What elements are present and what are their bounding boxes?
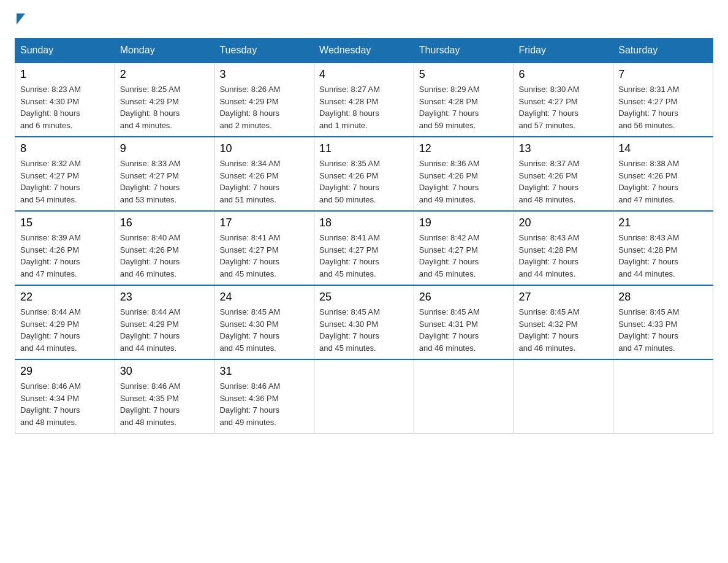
daylight-text2: and 2 minutes. [219, 121, 271, 130]
calendar-cell: 6 Sunrise: 8:30 AM Sunset: 4:27 PM Dayli… [514, 63, 613, 137]
sunrise-text: Sunrise: 8:40 AM [120, 233, 181, 242]
day-info: Sunrise: 8:27 AM Sunset: 4:28 PM Dayligh… [319, 83, 409, 131]
day-info: Sunrise: 8:44 AM Sunset: 4:29 PM Dayligh… [120, 306, 210, 354]
calendar-cell [414, 359, 514, 434]
sunrise-text: Sunrise: 8:33 AM [120, 159, 181, 168]
day-number: 19 [419, 216, 509, 229]
day-info: Sunrise: 8:45 AM Sunset: 4:30 PM Dayligh… [319, 306, 409, 354]
calendar-cell: 3 Sunrise: 8:26 AM Sunset: 4:29 PM Dayli… [214, 63, 314, 137]
daylight-text: Daylight: 8 hours [120, 109, 180, 118]
calendar-cell: 11 Sunrise: 8:35 AM Sunset: 4:26 PM Dayl… [314, 137, 414, 211]
calendar-cell: 28 Sunrise: 8:45 AM Sunset: 4:33 PM Dayl… [613, 285, 713, 359]
calendar-header-row: SundayMondayTuesdayWednesdayThursdayFrid… [15, 39, 713, 63]
daylight-text: Daylight: 7 hours [219, 257, 279, 266]
page-header [15, 15, 713, 26]
sunset-text: Sunset: 4:32 PM [519, 320, 578, 329]
sunset-text: Sunset: 4:30 PM [319, 320, 378, 329]
day-info: Sunrise: 8:46 AM Sunset: 4:36 PM Dayligh… [219, 380, 309, 428]
sunset-text: Sunset: 4:35 PM [120, 394, 179, 403]
daylight-text: Daylight: 7 hours [618, 109, 678, 118]
day-info: Sunrise: 8:31 AM Sunset: 4:27 PM Dayligh… [618, 83, 708, 131]
calendar-week-row: 15 Sunrise: 8:39 AM Sunset: 4:26 PM Dayl… [15, 211, 713, 285]
day-info: Sunrise: 8:26 AM Sunset: 4:29 PM Dayligh… [219, 83, 309, 131]
daylight-text2: and 47 minutes. [20, 269, 77, 278]
daylight-text: Daylight: 7 hours [219, 331, 279, 340]
sunset-text: Sunset: 4:28 PM [618, 245, 677, 255]
daylight-text: Daylight: 7 hours [120, 331, 180, 340]
sunset-text: Sunset: 4:27 PM [20, 171, 79, 180]
sunrise-text: Sunrise: 8:38 AM [618, 159, 679, 168]
day-number: 3 [219, 68, 309, 81]
calendar-cell: 18 Sunrise: 8:41 AM Sunset: 4:27 PM Dayl… [314, 211, 414, 285]
daylight-text: Daylight: 7 hours [618, 331, 678, 340]
day-number: 24 [219, 291, 309, 304]
daylight-text2: and 44 minutes. [20, 343, 77, 353]
sunset-text: Sunset: 4:36 PM [219, 394, 278, 403]
day-number: 31 [219, 365, 309, 378]
calendar-cell: 2 Sunrise: 8:25 AM Sunset: 4:29 PM Dayli… [115, 63, 214, 137]
sunrise-text: Sunrise: 8:39 AM [20, 233, 81, 242]
daylight-text: Daylight: 7 hours [20, 405, 80, 415]
daylight-text2: and 54 minutes. [20, 195, 77, 204]
daylight-text: Daylight: 7 hours [319, 331, 379, 340]
daylight-text2: and 59 minutes. [419, 121, 476, 130]
sunrise-text: Sunrise: 8:27 AM [319, 85, 380, 94]
daylight-text2: and 46 minutes. [120, 269, 177, 278]
daylight-text2: and 46 minutes. [519, 343, 576, 353]
sunset-text: Sunset: 4:26 PM [618, 171, 677, 180]
day-info: Sunrise: 8:34 AM Sunset: 4:26 PM Dayligh… [219, 158, 309, 205]
sunset-text: Sunset: 4:33 PM [618, 320, 677, 329]
sunset-text: Sunset: 4:27 PM [219, 245, 278, 255]
calendar-cell: 31 Sunrise: 8:46 AM Sunset: 4:36 PM Dayl… [214, 359, 314, 434]
sunset-text: Sunset: 4:26 PM [319, 171, 378, 180]
sunrise-text: Sunrise: 8:45 AM [219, 307, 280, 316]
day-info: Sunrise: 8:33 AM Sunset: 4:27 PM Dayligh… [120, 158, 210, 205]
sunrise-text: Sunrise: 8:44 AM [120, 307, 181, 316]
day-info: Sunrise: 8:32 AM Sunset: 4:27 PM Dayligh… [20, 158, 110, 205]
logo [15, 15, 25, 26]
sunset-text: Sunset: 4:28 PM [519, 245, 578, 255]
daylight-text2: and 56 minutes. [618, 121, 675, 130]
day-info: Sunrise: 8:45 AM Sunset: 4:32 PM Dayligh… [519, 306, 609, 354]
daylight-text2: and 49 minutes. [219, 418, 276, 427]
sunset-text: Sunset: 4:28 PM [319, 97, 378, 106]
day-number: 8 [20, 142, 110, 155]
calendar-cell [613, 359, 713, 434]
sunrise-text: Sunrise: 8:25 AM [120, 85, 181, 94]
day-number: 7 [618, 68, 708, 81]
day-number: 29 [20, 365, 110, 378]
daylight-text: Daylight: 7 hours [219, 405, 279, 415]
sunset-text: Sunset: 4:26 PM [120, 245, 179, 255]
daylight-text2: and 45 minutes. [319, 269, 376, 278]
daylight-text2: and 46 minutes. [419, 343, 476, 353]
day-header-wednesday: Wednesday [314, 39, 414, 63]
calendar-cell: 10 Sunrise: 8:34 AM Sunset: 4:26 PM Dayl… [214, 137, 314, 211]
day-number: 14 [618, 142, 708, 155]
daylight-text2: and 44 minutes. [618, 269, 675, 278]
calendar-cell: 25 Sunrise: 8:45 AM Sunset: 4:30 PM Dayl… [314, 285, 414, 359]
daylight-text2: and 57 minutes. [519, 121, 576, 130]
calendar-cell: 27 Sunrise: 8:45 AM Sunset: 4:32 PM Dayl… [514, 285, 613, 359]
sunset-text: Sunset: 4:29 PM [120, 97, 179, 106]
sunset-text: Sunset: 4:27 PM [419, 245, 478, 255]
sunset-text: Sunset: 4:31 PM [419, 320, 478, 329]
calendar-week-row: 22 Sunrise: 8:44 AM Sunset: 4:29 PM Dayl… [15, 285, 713, 359]
day-info: Sunrise: 8:35 AM Sunset: 4:26 PM Dayligh… [319, 158, 409, 205]
sunset-text: Sunset: 4:27 PM [319, 245, 378, 255]
sunrise-text: Sunrise: 8:41 AM [219, 233, 280, 242]
calendar-cell: 23 Sunrise: 8:44 AM Sunset: 4:29 PM Dayl… [115, 285, 214, 359]
daylight-text: Daylight: 7 hours [20, 183, 80, 192]
daylight-text2: and 4 minutes. [120, 121, 172, 130]
daylight-text2: and 45 minutes. [419, 269, 476, 278]
sunrise-text: Sunrise: 8:46 AM [20, 381, 81, 391]
calendar-week-row: 1 Sunrise: 8:23 AM Sunset: 4:30 PM Dayli… [15, 63, 713, 137]
day-info: Sunrise: 8:42 AM Sunset: 4:27 PM Dayligh… [419, 232, 509, 280]
calendar-cell: 15 Sunrise: 8:39 AM Sunset: 4:26 PM Dayl… [15, 211, 115, 285]
sunrise-text: Sunrise: 8:41 AM [319, 233, 380, 242]
daylight-text: Daylight: 7 hours [519, 257, 579, 266]
day-number: 18 [319, 216, 409, 229]
sunset-text: Sunset: 4:30 PM [219, 320, 278, 329]
calendar-cell: 14 Sunrise: 8:38 AM Sunset: 4:26 PM Dayl… [613, 137, 713, 211]
day-info: Sunrise: 8:46 AM Sunset: 4:34 PM Dayligh… [20, 380, 110, 428]
sunrise-text: Sunrise: 8:36 AM [419, 159, 480, 168]
